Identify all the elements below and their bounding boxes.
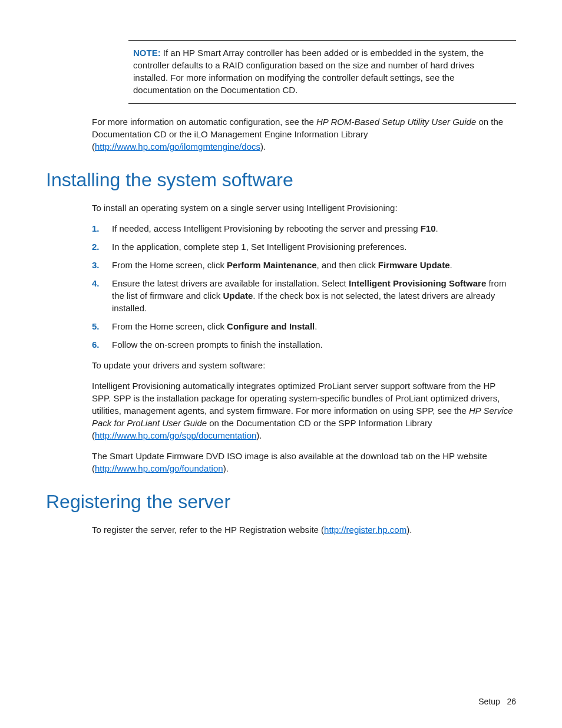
- step-number: 3.: [92, 259, 112, 271]
- install-step: 6.Follow the on-screen prompts to finish…: [92, 338, 516, 351]
- register-link[interactable]: http://register.hp.com: [324, 525, 406, 535]
- step-text: In the application, complete step 1, Set…: [112, 242, 406, 252]
- dvd-link[interactable]: http://www.hp.com/go/foundation: [95, 463, 223, 473]
- install-step: 5.From the Home screen, click Configure …: [92, 320, 516, 332]
- auto-config-italic: HP ROM-Based Setup Utility User Guide: [316, 117, 476, 127]
- register-post: ).: [406, 525, 412, 535]
- step-bold-text: Configure and Install: [227, 321, 315, 331]
- install-step: 3.From the Home screen, click Perform Ma…: [92, 259, 516, 271]
- register-paragraph: To register the server, refer to the HP …: [92, 523, 516, 536]
- heading-installing: Installing the system software: [46, 167, 516, 193]
- step-bold-text: F10: [421, 223, 436, 233]
- auto-config-link[interactable]: http://www.hp.com/go/ilomgmtengine/docs: [95, 141, 260, 151]
- step-text: From the Home screen, click: [112, 321, 227, 331]
- step-content: Follow the on-screen prompts to finish t…: [112, 338, 516, 351]
- page-footer: Setup 26: [478, 696, 516, 708]
- step-text: Follow the on-screen prompts to finish t…: [112, 340, 323, 350]
- install-step: 1.If needed, access Intelligent Provisio…: [92, 222, 516, 235]
- step-number: 6.: [92, 338, 112, 351]
- step-number: 2.: [92, 241, 112, 253]
- step-bold-text: Perform Maintenance: [227, 260, 317, 270]
- dvd-paragraph: The Smart Update Firmware DVD ISO image …: [92, 450, 516, 475]
- spp-pre: Intelligent Provisioning automatically i…: [92, 381, 500, 416]
- footer-section: Setup: [478, 697, 500, 706]
- step-bold-text: Update: [223, 291, 253, 301]
- footer-page: 26: [507, 697, 516, 706]
- note-text: If an HP Smart Array controller has been…: [133, 48, 484, 95]
- step-text: From the Home screen, click: [112, 260, 227, 270]
- step-text: .: [436, 223, 438, 233]
- spp-post: ).: [256, 430, 262, 440]
- install-steps-list: 1.If needed, access Intelligent Provisio…: [92, 222, 516, 351]
- step-text: If needed, access Intelligent Provisioni…: [112, 223, 421, 233]
- note-label: NOTE:: [133, 48, 161, 58]
- step-content: From the Home screen, click Configure an…: [112, 320, 516, 332]
- heading-registering: Registering the server: [46, 489, 516, 515]
- auto-config-pre: For more information on automatic config…: [92, 117, 316, 127]
- step-content: From the Home screen, click Perform Main…: [112, 259, 516, 271]
- register-pre: To register the server, refer to the HP …: [92, 525, 324, 535]
- step-text: .: [315, 321, 317, 331]
- step-text: .: [450, 260, 452, 270]
- step-number: 5.: [92, 320, 112, 332]
- step-content: Ensure the latest drivers are available …: [112, 277, 516, 314]
- step-number: 4.: [92, 277, 112, 314]
- note-box: NOTE: If an HP Smart Array controller ha…: [128, 40, 516, 104]
- auto-config-post: ).: [260, 141, 266, 151]
- update-intro: To update your drivers and system softwa…: [92, 359, 516, 371]
- dvd-post: ).: [223, 463, 229, 473]
- step-text: Ensure the latest drivers are available …: [112, 278, 349, 288]
- step-text: , and then click: [317, 260, 378, 270]
- step-content: In the application, complete step 1, Set…: [112, 241, 516, 253]
- spp-paragraph: Intelligent Provisioning automatically i…: [92, 380, 516, 442]
- install-intro: To install an operating system on a sing…: [92, 202, 516, 214]
- step-number: 1.: [92, 222, 112, 235]
- spp-link[interactable]: http://www.hp.com/go/spp/documentation: [95, 430, 256, 440]
- install-step: 2.In the application, complete step 1, S…: [92, 241, 516, 253]
- auto-config-paragraph: For more information on automatic config…: [92, 116, 516, 153]
- step-content: If needed, access Intelligent Provisioni…: [112, 222, 516, 235]
- step-bold-text: Firmware Update: [378, 260, 450, 270]
- install-step: 4.Ensure the latest drivers are availabl…: [92, 277, 516, 314]
- step-bold-text: Intelligent Provisioning Software: [349, 278, 486, 288]
